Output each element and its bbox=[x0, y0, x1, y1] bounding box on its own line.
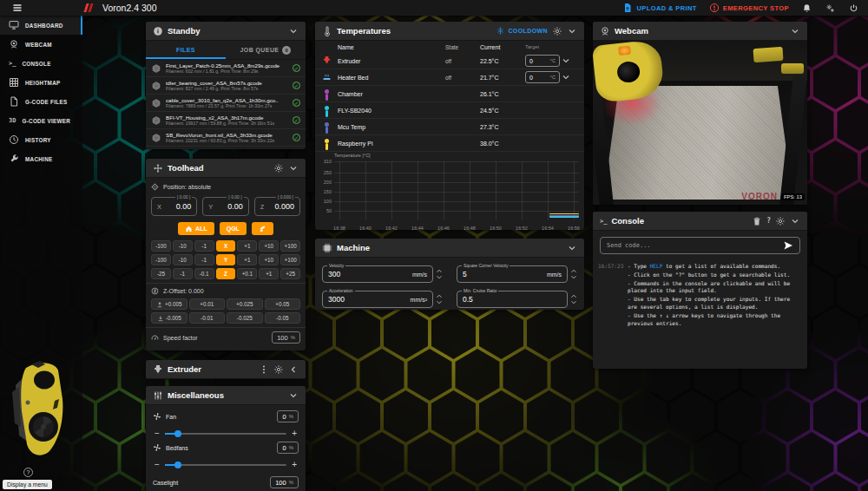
z-offset-+0.05-button[interactable]: +0.05 bbox=[265, 298, 301, 310]
jog-x--10-button[interactable]: -10 bbox=[173, 240, 193, 252]
jog-x-+100-button[interactable]: +100 bbox=[280, 240, 300, 252]
chevron-left-icon[interactable] bbox=[288, 364, 299, 375]
sidebar-item-webcam[interactable]: WEBCAM bbox=[0, 35, 82, 54]
z-offset-+0.01-button[interactable]: +0.01 bbox=[189, 298, 226, 310]
spinner-up-icon[interactable] bbox=[436, 294, 443, 298]
file-row[interactable]: SB_RevoVoron_front.stl_ASA_3h33m.gcodeFi… bbox=[146, 129, 306, 147]
jog-y--1-button[interactable]: -1 bbox=[194, 254, 214, 265]
tab-job-queue[interactable]: JOB QUEUE0 bbox=[226, 41, 306, 59]
cooldown-button[interactable]: COOLDOWN bbox=[496, 27, 548, 35]
bedfans-slider-thumb[interactable] bbox=[174, 462, 181, 468]
sidebar-item-g-code-files[interactable]: G-CODE FILES bbox=[0, 92, 82, 111]
spinner-up-icon[interactable] bbox=[570, 294, 577, 298]
temp-row-extruder[interactable]: Extruderoff22.5°C0°C bbox=[315, 53, 584, 69]
help-fab-button[interactable]: ? bbox=[23, 468, 33, 477]
spinner-down-icon[interactable] bbox=[436, 275, 443, 279]
machine-field-input[interactable]: Velocity300mm/s bbox=[322, 265, 433, 283]
jog-z--0.1-button[interactable]: -0.1 bbox=[194, 268, 214, 279]
temp-row-fly-sb2040[interactable]: FLY-SB204024.5°C bbox=[315, 102, 584, 119]
axis-x-position-field[interactable]: [ 0.00 ]X0.00 bbox=[151, 197, 197, 216]
machine-field-input[interactable]: Acceleration3000mm/s² bbox=[322, 291, 433, 308]
trash-icon[interactable] bbox=[752, 216, 762, 226]
z-offset--0.01-button[interactable]: -0.01 bbox=[189, 312, 226, 324]
hamburger-menu-icon[interactable] bbox=[0, 3, 35, 13]
temp-row-chamber[interactable]: Chamber26.1°C bbox=[315, 86, 584, 102]
jog-z--1-button[interactable]: -1 bbox=[173, 268, 193, 279]
sidebar-item-g-code-viewer[interactable]: 3DG-CODE VIEWER bbox=[0, 111, 82, 130]
temp-target-input[interactable]: 0°C bbox=[525, 71, 560, 83]
spinner-up-icon[interactable] bbox=[436, 269, 443, 273]
chevron-down-icon[interactable] bbox=[288, 390, 299, 401]
fan-slider-thumb[interactable] bbox=[174, 430, 181, 437]
file-row[interactable]: idler_bearing_cover_ASA_8m57s.gcodeFilam… bbox=[146, 77, 306, 95]
z-offset--0.025-button[interactable]: -0.025 bbox=[227, 312, 263, 324]
temp-row-heater-bed[interactable]: Heater Bedoff21.7°C0°C bbox=[315, 69, 584, 86]
machine-field-input[interactable]: Min. Cruise Ratio0.5 bbox=[457, 291, 568, 308]
jog-x--1-button[interactable]: -1 bbox=[194, 240, 214, 252]
temp-row-raspberry-pi[interactable]: Raspberry Pi38.0°C bbox=[315, 135, 584, 152]
jog-y-+100-button[interactable]: +100 bbox=[280, 254, 300, 265]
gear-icon[interactable] bbox=[273, 364, 284, 375]
sidebar-item-history[interactable]: HISTORY bbox=[0, 130, 82, 149]
console-input[interactable] bbox=[607, 242, 778, 249]
chevron-down-icon[interactable] bbox=[288, 26, 299, 36]
home-z-button[interactable]: Z bbox=[216, 268, 236, 279]
speed-factor-value[interactable]: 100% bbox=[272, 331, 300, 344]
jog-x-+1-button[interactable]: +1 bbox=[237, 240, 257, 252]
sidebar-item-machine[interactable]: MACHINE bbox=[0, 149, 82, 168]
temp-target-input[interactable]: 0°C bbox=[525, 55, 560, 67]
axis-y-position-field[interactable]: [ 0.00 ]Y0.00 bbox=[202, 197, 248, 216]
jog-z-+1-button[interactable]: +1 bbox=[259, 268, 279, 279]
home-x-button[interactable]: X bbox=[216, 240, 236, 252]
gear-icon[interactable] bbox=[775, 216, 786, 226]
caselight-value[interactable]: 100% bbox=[270, 476, 299, 488]
console-command-link[interactable]: HELP bbox=[650, 263, 663, 269]
spinner-up-icon[interactable] bbox=[570, 269, 577, 273]
kebab-menu-icon[interactable] bbox=[259, 364, 269, 375]
jog-x--100-button[interactable]: -100 bbox=[151, 240, 171, 252]
jog-x-+10-button[interactable]: +10 bbox=[259, 240, 279, 252]
jog-y-+10-button[interactable]: +10 bbox=[259, 254, 279, 265]
spinner-down-icon[interactable] bbox=[436, 300, 443, 304]
sidebar-item-console[interactable]: >_CONSOLE bbox=[0, 54, 82, 73]
tab-files[interactable]: FILES bbox=[146, 41, 226, 59]
home-all-button[interactable]: ALL bbox=[178, 222, 214, 235]
chevron-down-icon[interactable] bbox=[567, 243, 577, 253]
speed-factor-slider-decrease-button[interactable]: − bbox=[153, 350, 158, 350]
spinner-down-icon[interactable] bbox=[570, 300, 577, 304]
gear-icon[interactable] bbox=[273, 163, 284, 173]
clean-nozzle-button[interactable] bbox=[252, 222, 273, 235]
bedfans-slider-decrease-button[interactable]: − bbox=[155, 461, 160, 469]
bedfans-slider-increase-button[interactable]: + bbox=[292, 461, 297, 469]
upload-print-button[interactable]: UPLOAD & PRINT bbox=[622, 3, 696, 13]
chevron-down-icon[interactable] bbox=[288, 163, 299, 173]
emergency-stop-button[interactable]: EMERGENCY STOP bbox=[709, 3, 789, 13]
send-icon[interactable] bbox=[783, 240, 793, 251]
power-icon[interactable] bbox=[848, 3, 859, 14]
jog-y-+1-button[interactable]: +1 bbox=[237, 254, 257, 265]
jog-z-+0.1-button[interactable]: +0.1 bbox=[237, 268, 257, 279]
file-row[interactable]: First_Layer_Patch-0.25mm_ASA_8m29s.gcode… bbox=[146, 60, 306, 77]
z-offset--0.005-button[interactable]: -0.005 bbox=[151, 312, 187, 324]
file-row[interactable]: cable_cover_3010_fan_q2e_ASA_1h30m.gco..… bbox=[146, 95, 306, 112]
chevron-down-icon[interactable] bbox=[567, 26, 577, 36]
fan-slider-track[interactable] bbox=[165, 433, 286, 435]
speed-factor-slider-increase-button[interactable]: + bbox=[293, 350, 299, 350]
notifications-bell-icon[interactable] bbox=[801, 3, 812, 14]
sidebar-item-heightmap[interactable]: HEIGHTMAP bbox=[0, 73, 82, 92]
z-offset--0.05-button[interactable]: -0.05 bbox=[265, 312, 301, 324]
fan-value[interactable]: 0% bbox=[277, 410, 299, 422]
jog-y--10-button[interactable]: -10 bbox=[173, 254, 193, 265]
temp-row-mcu-temp[interactable]: Mcu Temp27.3°C bbox=[315, 119, 584, 135]
z-offset-+0.025-button[interactable]: +0.025 bbox=[227, 298, 263, 310]
home-y-button[interactable]: Y bbox=[216, 254, 236, 265]
preset-caret-icon[interactable] bbox=[562, 58, 569, 63]
sidebar-item-dashboard[interactable]: DASHBOARD bbox=[0, 16, 82, 35]
preset-caret-icon[interactable] bbox=[562, 75, 569, 80]
home-qgl-button[interactable]: QGL bbox=[220, 222, 247, 235]
jog-z--25-button[interactable]: -25 bbox=[151, 268, 171, 279]
z-offset-+0.005-button[interactable]: +0.005 bbox=[151, 298, 187, 310]
file-row[interactable]: BFI-VT_Housing_x2_ASA_3h17m.gcodeFilamen… bbox=[146, 112, 306, 129]
spinner-down-icon[interactable] bbox=[570, 275, 577, 279]
gear-icon[interactable] bbox=[552, 26, 562, 36]
